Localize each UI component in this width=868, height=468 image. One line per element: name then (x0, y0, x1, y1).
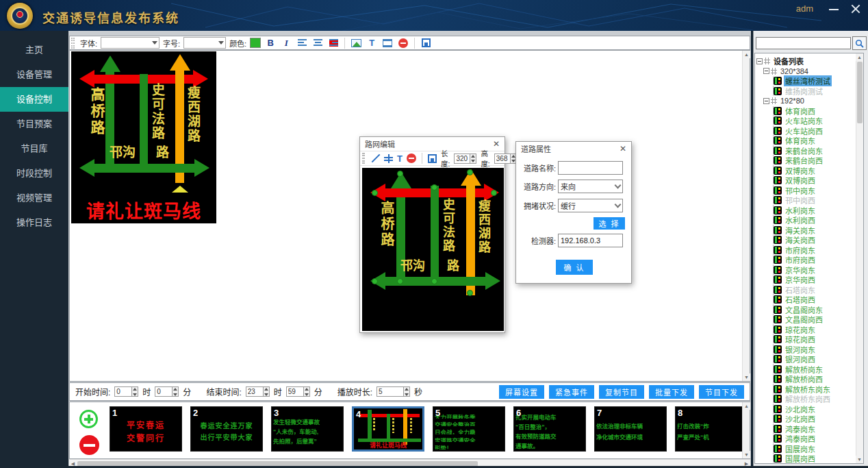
tree-root[interactable]: 设备列表 (756, 56, 856, 66)
roadnet-delete-icon[interactable] (407, 153, 416, 164)
roadnet-canvas[interactable]: 高桥路 史可法路 瘦西湖路 邗沟 路 (362, 168, 504, 331)
thumbnail-2[interactable]: 2春运安全连万家出行平安带大家 (190, 406, 263, 452)
device-item[interactable]: 解放桥东岗西 (773, 394, 856, 404)
device-item[interactable]: 邗中岗西 (773, 195, 856, 206)
device-item[interactable]: 银河岗西 (773, 354, 856, 365)
start-minute-spinner[interactable] (155, 386, 179, 397)
start-hour-spinner[interactable] (114, 386, 138, 397)
frames-scroll-down-icon[interactable]: ▼ (743, 451, 750, 458)
select-detector-button[interactable]: 选 择 (593, 217, 625, 230)
italic-button[interactable]: I (280, 37, 292, 49)
thumbnail-5[interactable]: 5大力开展秋冬季交通安全整治百日会战，全力稳定道路交通安全形势！ (433, 406, 505, 452)
sidebar-item-7[interactable]: 视频管理 (0, 186, 68, 210)
height-spinner[interactable] (494, 153, 517, 164)
tree-scroll-up-icon[interactable]: ▲ (856, 53, 863, 61)
device-item[interactable]: 来鹤台岗西 (773, 156, 856, 166)
props-close-icon[interactable]: ✕ (620, 142, 626, 156)
sidebar-item-2[interactable]: 设备管理 (0, 62, 68, 87)
device-item[interactable]: 海关岗东 (773, 225, 856, 236)
roadnet-save-icon[interactable] (428, 153, 437, 164)
length-spinner[interactable] (454, 153, 476, 164)
device-item[interactable]: 解放桥岗西 (773, 374, 856, 384)
font-size-select[interactable] (183, 37, 226, 49)
device-item[interactable]: 琼花岗东 (773, 325, 856, 335)
sign-preview[interactable]: 高桥路 史可法路 瘦西湖路 邗沟 路 请礼让斑马线 (71, 51, 216, 223)
device-item[interactable]: 沙北岗西 (773, 414, 856, 424)
device-item[interactable]: 水利岗西 (773, 215, 856, 225)
minimize-icon[interactable] (827, 3, 841, 15)
canvas-vertical-scrollbar[interactable]: ▲ ▼ (742, 51, 750, 381)
roadnet-text-icon[interactable]: T (397, 153, 403, 164)
confirm-button[interactable]: 确 认 (556, 260, 593, 275)
sidebar-item-1[interactable]: 主页 (0, 38, 68, 62)
node-icon[interactable] (384, 153, 393, 164)
toolbar-grip[interactable] (71, 38, 75, 49)
delete-icon[interactable] (397, 37, 409, 49)
edit-canvas[interactable]: 高桥路 史可法路 瘦西湖路 邗沟 路 请礼让斑马线 路网编辑 ✕ T 长度: (69, 50, 750, 382)
action-button-1[interactable]: 屏幕设置 (499, 385, 544, 399)
device-item[interactable]: 市府岗东 (773, 245, 856, 256)
align-left-icon[interactable] (296, 37, 308, 49)
edit-handle[interactable] (372, 278, 378, 284)
congestion-select[interactable]: 缓行 (558, 199, 623, 212)
tree-scrollbar[interactable]: ▲ ▼ (856, 53, 863, 463)
roadnet-toolbar-grip[interactable] (362, 153, 365, 164)
device-item[interactable]: 螺丝湾桥测试 (773, 76, 856, 86)
sidebar-item-3[interactable]: 设备控制 (0, 87, 68, 112)
device-item[interactable]: 火车站岗西 (773, 126, 856, 136)
frames-scroll-up-icon[interactable]: ▲ (743, 402, 750, 410)
device-item[interactable]: 石塔岗东 (773, 285, 856, 295)
thumbnail-1[interactable]: 1平安春运交警同行 (110, 406, 182, 452)
device-item[interactable]: 京华岗东 (773, 265, 856, 275)
device-item[interactable]: 双博岗西 (773, 175, 856, 186)
device-item[interactable]: 银河岗东 (773, 345, 856, 355)
sidebar-item-8[interactable]: 操作日志 (0, 210, 68, 235)
device-item[interactable]: 邗中岗东 (773, 186, 856, 196)
font-select[interactable] (101, 37, 159, 49)
bold-button[interactable]: B (264, 37, 277, 49)
thumbnail-6[interactable]: 6扎实开展电动车“百日整治”，有效预防道路交通事故。 (513, 406, 586, 452)
device-item[interactable]: 火车站岗东 (773, 116, 856, 126)
device-item[interactable]: 解放桥岗东 (773, 365, 856, 375)
save-icon[interactable] (420, 37, 432, 49)
insert-image-icon[interactable] (350, 37, 362, 49)
close-icon[interactable] (849, 3, 863, 15)
tree-scroll-thumb[interactable] (857, 62, 863, 123)
device-item[interactable]: 水利岗东 (773, 206, 856, 216)
edit-handle[interactable] (431, 184, 437, 190)
device-item[interactable]: 来鹤台岗东 (773, 146, 856, 156)
tree-group-192*80[interactable]: 192*80 (763, 96, 856, 106)
device-item[interactable]: 体育岗东 (773, 136, 856, 146)
duration-spinner[interactable] (376, 386, 410, 397)
scroll-down-icon[interactable]: ▼ (743, 373, 750, 381)
end-hour-spinner[interactable] (246, 386, 270, 397)
device-item[interactable]: 石塔岗西 (773, 295, 856, 305)
detector-input[interactable] (558, 234, 623, 247)
device-item[interactable]: 解放桥东岗东 (773, 384, 856, 395)
sidebar-item-6[interactable]: 时段控制 (0, 161, 68, 186)
device-item[interactable]: 维扬岗测试 (773, 86, 856, 97)
screen-fit-icon[interactable] (381, 37, 394, 49)
remove-frame-button[interactable] (79, 435, 99, 455)
edit-handle[interactable] (397, 278, 403, 284)
sidebar-item-5[interactable]: 节目库 (0, 136, 68, 161)
edit-handle[interactable] (467, 290, 473, 296)
collapse-icon[interactable] (756, 58, 763, 64)
device-item[interactable]: 鸿泰岗西 (773, 434, 856, 444)
action-button-4[interactable]: 批量下发 (649, 385, 694, 399)
align-center-icon[interactable] (311, 37, 324, 49)
edit-handle[interactable] (372, 190, 378, 196)
device-item[interactable]: 京华岗西 (773, 275, 856, 285)
action-button-3[interactable]: 复制节目 (599, 385, 644, 399)
device-item[interactable]: 文昌阁岗西 (773, 315, 856, 325)
device-item[interactable]: 鸿泰岗东 (773, 424, 856, 434)
device-item[interactable]: 体育岗西 (773, 106, 856, 116)
add-frame-button[interactable] (79, 410, 98, 428)
road-direction-select[interactable]: 来向 (558, 180, 623, 193)
device-item[interactable]: 国展岗西 (773, 454, 856, 464)
align-right-icon[interactable] (327, 37, 340, 49)
sidebar-item-4[interactable]: 节目预案 (0, 112, 68, 136)
thumbnail-7[interactable]: 7依法治理非标车辆净化城市交通环境 (594, 406, 667, 452)
device-item[interactable]: 沙北岗东 (773, 404, 856, 415)
action-button-2[interactable]: 紧急事件 (549, 385, 594, 399)
